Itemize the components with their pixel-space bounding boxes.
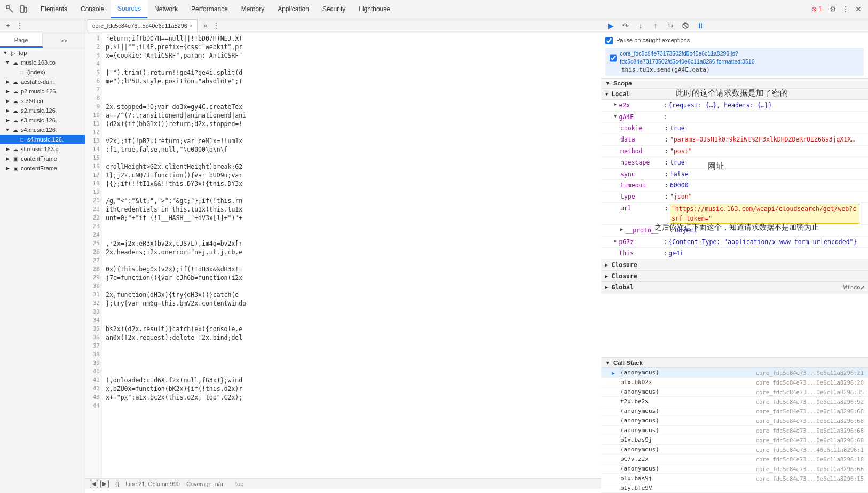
code-line: crollHeight>G2x.clientHeight)break;G2 bbox=[106, 162, 598, 171]
pause-on-exceptions-btn[interactable]: ⏸ bbox=[695, 20, 706, 31]
callstack-item-cs2[interactable]: b1x.bkD2xcore_fdc5c84e73...0e6c11a8296:2… bbox=[601, 378, 868, 387]
callstack-item-cs10[interactable]: pC7v.z2xcore_fdc5c84e73...0e6c11a8296:18 bbox=[601, 455, 868, 464]
local-arrow: ▼ bbox=[605, 91, 608, 97]
breakpoint-file-checkbox[interactable] bbox=[610, 54, 617, 62]
step-btn[interactable]: ↪ bbox=[665, 20, 676, 31]
code-line bbox=[106, 231, 598, 239]
editor-options-btn[interactable]: ⋮ bbox=[211, 21, 221, 30]
tab-lighthouse[interactable]: Lighthouse bbox=[352, 0, 397, 18]
scope-row-proto[interactable]: ▶ __proto__ : Object bbox=[601, 225, 868, 236]
editor-tabs-bar: core_fdc5c84e73...5c40e6c11a8296 × » ⋮ bbox=[85, 18, 601, 33]
frame-icon: ▣ bbox=[12, 165, 19, 172]
tab-elements[interactable]: Elements bbox=[34, 0, 74, 18]
close-devtools-btn[interactable]: ✕ bbox=[853, 4, 864, 14]
scope-row-e2x[interactable]: ▶ e2x : {request: {…}, headers: {…}} bbox=[601, 100, 868, 111]
next-nav-btn[interactable]: ▶ bbox=[100, 480, 109, 488]
scope-row-pg7z[interactable]: ▶ pG7z : {Content-Type: "application/x-w… bbox=[601, 237, 868, 248]
callstack-item-cs13[interactable]: b1y.bTe9V bbox=[601, 483, 868, 493]
tree-item-stmusic[interactable]: ▶ ☁ st.music.163.c bbox=[0, 144, 85, 154]
code-line: /g,"<":"&lt;",">":"&gt;"};if(!this.rn bbox=[106, 197, 598, 205]
callstack-func-name: pC7v.z2x bbox=[620, 456, 756, 463]
editor-tab-main[interactable]: core_fdc5c84e73...5c40e6c11a8296 × bbox=[88, 19, 198, 32]
tab-console[interactable]: Console bbox=[74, 0, 111, 18]
callstack-item-cs5[interactable]: (anonymous)core_fdc5c84e73...0e6c11a8296… bbox=[601, 406, 868, 416]
tab-network[interactable]: Network bbox=[148, 0, 185, 18]
tree-item-s360[interactable]: ▶ ☁ s.360.cn bbox=[0, 96, 85, 106]
tab-application[interactable]: Application bbox=[271, 0, 316, 18]
callstack-item-cs11[interactable]: (anonymous)core_fdc5c84e73...0e6c11a8296… bbox=[601, 464, 868, 474]
callstack-item-cs6[interactable]: (anonymous)core_fdc5c84e73...0e6c11a8296… bbox=[601, 416, 868, 426]
tree-item-p2music[interactable]: ▶ ☁ p2.music.126. bbox=[0, 87, 85, 96]
code-line: 0x){this.beg0x(v2x);if(!!dH3x&&dH3x!= bbox=[106, 265, 598, 273]
error-count: 1 bbox=[818, 5, 822, 13]
sources-more-btn[interactable]: ⋮ bbox=[15, 21, 25, 30]
sources-toolbar: + ⋮ bbox=[0, 18, 85, 33]
tab-page[interactable]: Page bbox=[0, 33, 43, 48]
code-line bbox=[106, 256, 598, 265]
editor-bottom-bar: ◀ ▶ {} Line 21, Column 990 Coverage: n/a… bbox=[85, 478, 601, 489]
line-number: 15 bbox=[88, 154, 100, 162]
scope-row-sync: sync : false bbox=[601, 169, 868, 180]
callstack-item-cs1[interactable]: ▶(anonymous)core_fdc5c84e73...0e6c11a829… bbox=[601, 368, 868, 378]
line-number: 39 bbox=[88, 359, 100, 367]
line-number: 32 bbox=[88, 299, 100, 308]
line-number: 4 bbox=[88, 60, 100, 68]
error-badge[interactable]: ⊗ 1 bbox=[808, 4, 825, 14]
breakpoint-file-row[interactable]: core_fdc5c84e73173502fd5c40e6c11a8296.js… bbox=[605, 48, 864, 76]
deactivate-breakpoints-btn[interactable] bbox=[680, 20, 691, 31]
scope-header[interactable]: ▼ Scope bbox=[601, 79, 868, 89]
file-tree: ▼ ▷ top ▼ ☁ music.163.co ▶ □ (index) ▶ ☁… bbox=[0, 48, 85, 173]
callstack-item-cs7[interactable]: (anonymous)core_fdc5c84e73...0e6c11a8296… bbox=[601, 426, 868, 435]
closure2-header[interactable]: ▶ Closure bbox=[601, 271, 868, 282]
tab-memory[interactable]: Memory bbox=[235, 0, 271, 18]
more-tabs-btn[interactable]: » bbox=[201, 21, 210, 30]
tree-item-contentframe1[interactable]: ▶ ▣ contentFrame bbox=[0, 154, 85, 163]
device-toggle-btn[interactable] bbox=[18, 4, 29, 14]
code-line: return;if(bD07H==null||!!bD07H)NEJ.X( bbox=[106, 34, 598, 43]
more-options-btn[interactable]: ⋮ bbox=[840, 4, 851, 14]
inspect-element-btn[interactable] bbox=[4, 4, 15, 14]
code-line: an0x(T2x.request);delete T2x.bind;del bbox=[106, 333, 598, 342]
scope-row-ga4e[interactable]: ▼ gA4E : bbox=[601, 112, 868, 123]
settings-btn[interactable]: ⚙ bbox=[827, 4, 838, 14]
code-line bbox=[106, 350, 598, 359]
tree-item-index[interactable]: ▶ □ (index) bbox=[0, 67, 85, 77]
callstack-header[interactable]: ▼ Call Stack bbox=[601, 358, 868, 368]
code-content[interactable]: return;if(bD07H==null||!!bD07H)NEJ.X(p.$… bbox=[102, 33, 601, 478]
tab-performance[interactable]: Performance bbox=[185, 0, 235, 18]
tree-item-acstatic[interactable]: ▶ ☁ acstatic-dun. bbox=[0, 77, 85, 87]
tab-security[interactable]: Security bbox=[316, 0, 352, 18]
svg-line-5 bbox=[683, 24, 688, 28]
callstack-item-cs12[interactable]: b1x.bas9jcore_fdc5c84e73...0e6c11a8296:1… bbox=[601, 474, 868, 483]
callstack-item-cs9[interactable]: (anonymous)core_fdc5c84e73...40e6c11a829… bbox=[601, 445, 868, 455]
tree-item-contentframe2[interactable]: ▶ ▣ contentFrame bbox=[0, 163, 85, 173]
tree-item-s4music[interactable]: ▼ ☁ s4.music.126. bbox=[0, 125, 85, 135]
tab-filesystem[interactable]: >> bbox=[43, 33, 85, 48]
callstack-item-cs4[interactable]: t2x.be2xcore_fdc5c84e73...0e6c11a8296:92 bbox=[601, 397, 868, 406]
code-editor[interactable]: 1234567891011121314151617181920212223242… bbox=[85, 33, 601, 478]
callstack-item-cs8[interactable]: b1x.bas9jcore_fdc5c84e73...0e6c11a8296:6… bbox=[601, 435, 868, 445]
tree-item-s2music[interactable]: ▶ ☁ s2.music.126. bbox=[0, 106, 85, 115]
tree-item-music163[interactable]: ▼ ☁ music.163.co bbox=[0, 58, 85, 67]
pause-exceptions-checkbox[interactable] bbox=[605, 37, 613, 44]
line-number: 20 bbox=[88, 197, 100, 205]
editor-tab-label: core_fdc5c84e73...5c40e6c11a8296 bbox=[92, 22, 187, 29]
tab-sources[interactable]: Sources bbox=[111, 0, 148, 18]
line-number: 31 bbox=[88, 291, 100, 299]
step-into-btn[interactable]: ↓ bbox=[635, 20, 646, 31]
line-number: 5 bbox=[88, 68, 100, 77]
callstack-func-name: b1y.bTe9V bbox=[620, 484, 864, 491]
tree-item-s4musicfile[interactable]: ▶ □ s4.music.126. bbox=[0, 135, 85, 144]
local-header[interactable]: ▼ Local bbox=[601, 89, 868, 100]
prev-nav-btn[interactable]: ◀ bbox=[90, 480, 98, 488]
step-out-btn[interactable]: ↑ bbox=[650, 20, 661, 31]
global-header[interactable]: ▶ Global Window bbox=[601, 282, 868, 293]
new-snippet-btn[interactable]: + bbox=[3, 21, 13, 30]
resume-btn[interactable]: ▶ bbox=[605, 20, 616, 31]
callstack-item-cs3[interactable]: (anonymous)core_fdc5c84e73...0e6c11a8296… bbox=[601, 387, 868, 397]
tree-item-top[interactable]: ▼ ▷ top bbox=[0, 48, 85, 58]
step-over-btn[interactable]: ↷ bbox=[620, 20, 631, 31]
tree-item-s3music[interactable]: ▶ ☁ s3.music.126. bbox=[0, 115, 85, 125]
editor-tab-close[interactable]: × bbox=[190, 23, 193, 29]
closure1-header[interactable]: ▶ Closure bbox=[601, 260, 868, 271]
